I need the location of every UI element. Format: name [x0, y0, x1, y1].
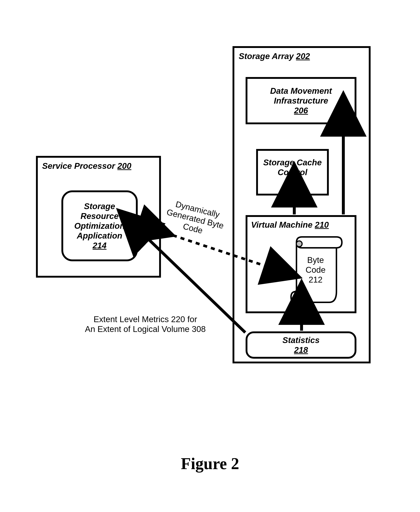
metrics-label: Extent Level Metrics 220 for An Extent o… — [73, 314, 218, 334]
metrics-l1: Extent Level Metrics 220 for — [73, 314, 218, 324]
figure-label: Figure 2 — [181, 455, 239, 473]
metrics-l2: An Extent of Logical Volume 308 — [73, 324, 218, 334]
figure-caption: Figure 2 — [0, 454, 420, 473]
arrows-overlay — [0, 0, 420, 512]
